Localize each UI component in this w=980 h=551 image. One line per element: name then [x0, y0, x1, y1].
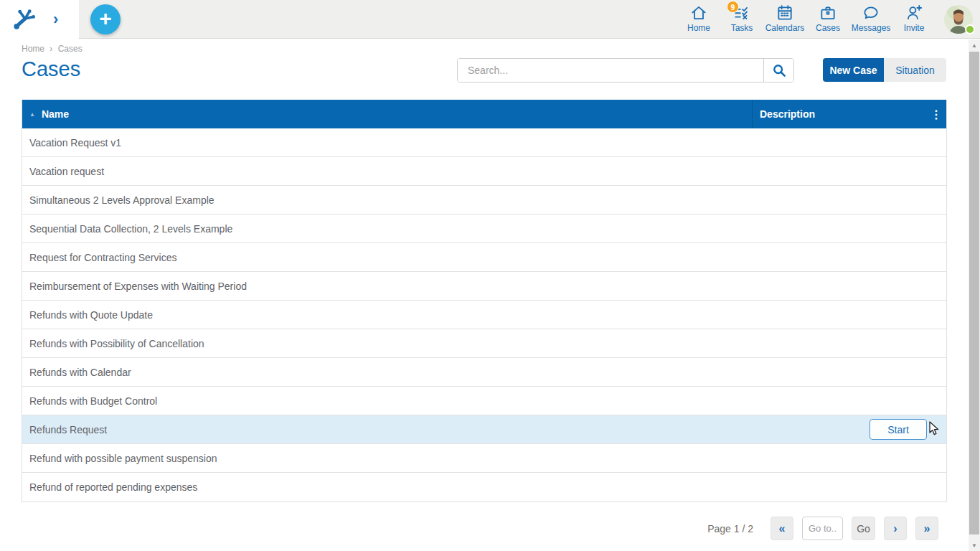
new-case-button[interactable]: New Case — [823, 58, 884, 82]
top-nav: Home 9 Tasks Calendars — [677, 4, 936, 33]
case-name: Vacation request — [29, 166, 104, 177]
case-name: Request for Contracting Services — [29, 252, 176, 263]
nav-label: Calendars — [765, 23, 805, 33]
goto-page-input[interactable] — [802, 517, 843, 540]
main-content: Home › Cases Cases New Case Situation ▲ … — [0, 39, 969, 551]
breadcrumb: Home › Cases — [22, 44, 83, 54]
top-bar: › + Home 9 Tasks Calendars — [0, 0, 980, 39]
messages-icon — [862, 4, 880, 22]
case-actions: New Case Situation — [823, 58, 946, 82]
case-name: Refunds with Budget Control — [29, 395, 157, 407]
breadcrumb-separator-icon: › — [50, 44, 52, 54]
column-menu-kebab-icon[interactable]: ⋮ — [930, 100, 942, 128]
column-label: Description — [760, 108, 815, 120]
search-input[interactable] — [458, 59, 763, 82]
nav-item-cases[interactable]: Cases — [806, 4, 849, 33]
cases-icon — [819, 4, 837, 22]
table-row[interactable]: Reimbursement of Expenses with Waiting P… — [22, 272, 946, 301]
table-row-selected[interactable]: Refunds Request Start — [22, 415, 946, 444]
nav-label: Messages — [852, 23, 891, 33]
scrollbar-up-arrow-icon[interactable]: ▲ — [969, 39, 980, 51]
vertical-scrollbar[interactable]: ▲ ▼ — [969, 39, 980, 551]
nav-item-invite[interactable]: Invite — [892, 4, 936, 33]
nav-item-calendars[interactable]: Calendars — [763, 4, 806, 33]
new-item-plus-button[interactable]: + — [90, 4, 121, 34]
home-icon — [689, 4, 708, 22]
breadcrumb-home[interactable]: Home — [22, 44, 44, 54]
nav-item-tasks[interactable]: 9 Tasks — [720, 4, 763, 33]
case-name: Simultaneous 2 Levels Approval Example — [29, 194, 215, 206]
table-row[interactable]: Refund of reported pending expenses — [22, 473, 946, 501]
column-header-name[interactable]: ▲ Name — [22, 108, 752, 120]
table-row[interactable]: Refunds with Quote Update — [22, 301, 946, 329]
app-logo-icon[interactable] — [11, 6, 37, 32]
case-name: Refund of reported pending expenses — [29, 481, 197, 493]
table-row[interactable]: Refund with possible payment suspension — [22, 444, 946, 473]
case-name: Refunds with Quote Update — [29, 309, 153, 321]
case-name: Sequential Data Collection, 2 Levels Exa… — [29, 223, 232, 235]
table-row[interactable]: Request for Contracting Services — [22, 243, 946, 272]
sort-ascending-icon: ▲ — [29, 111, 35, 118]
case-name: Refunds with Calendar — [29, 367, 131, 378]
nav-item-home[interactable]: Home — [677, 4, 720, 33]
search-bar — [457, 58, 794, 83]
table-row[interactable]: Sequential Data Collection, 2 Levels Exa… — [22, 215, 946, 243]
calendars-icon — [776, 4, 794, 22]
pagination: Page 1 / 2 « Go › » — [707, 517, 938, 540]
table-row[interactable]: Simultaneous 2 Levels Approval Example — [22, 186, 946, 215]
cases-table: ▲ Name Description ⋮ Vacation Request v1… — [22, 100, 947, 502]
nav-label: Invite — [904, 23, 925, 33]
nav-label: Cases — [816, 23, 840, 33]
scrollbar-down-arrow-icon[interactable]: ▼ — [969, 540, 980, 551]
first-page-button[interactable]: « — [771, 517, 793, 540]
table-row[interactable]: Vacation request — [22, 157, 946, 186]
case-name: Refunds with Possibility of Cancellation — [29, 338, 204, 349]
invite-icon — [905, 4, 923, 22]
case-name: Refund with possible payment suspension — [29, 453, 217, 464]
situation-button[interactable]: Situation — [884, 58, 946, 82]
table-row[interactable]: Refunds with Possibility of Cancellation — [22, 329, 946, 358]
search-button[interactable] — [763, 59, 793, 82]
column-label: Name — [42, 108, 69, 120]
case-name: Vacation Request v1 — [29, 137, 121, 149]
table-header: ▲ Name Description ⋮ — [22, 100, 946, 128]
start-case-button[interactable]: Start — [870, 419, 927, 440]
nav-item-messages[interactable]: Messages — [849, 4, 892, 33]
next-page-button[interactable]: › — [884, 517, 907, 540]
page-title: Cases — [22, 57, 80, 81]
column-header-description[interactable]: Description ⋮ — [752, 100, 946, 128]
page-indicator: Page 1 / 2 — [707, 523, 753, 534]
table-row[interactable]: Refunds with Budget Control — [22, 387, 946, 415]
sidebar-expand-chevron-icon[interactable]: › — [53, 11, 58, 27]
scrollbar-thumb[interactable] — [969, 52, 979, 534]
case-name: Reimbursement of Expenses with Waiting P… — [29, 281, 247, 292]
online-status-dot — [965, 24, 975, 34]
breadcrumb-cases[interactable]: Cases — [58, 44, 83, 54]
tasks-count-badge: 9 — [727, 1, 739, 13]
case-name: Refunds Request — [29, 424, 107, 435]
table-row[interactable]: Refunds with Calendar — [22, 358, 946, 387]
logo-area: › — [0, 0, 79, 39]
nav-label: Tasks — [731, 23, 753, 33]
go-button[interactable]: Go — [852, 517, 875, 540]
nav-label: Home — [687, 23, 710, 33]
table-row[interactable]: Vacation Request v1 — [22, 128, 946, 157]
last-page-button[interactable]: » — [915, 517, 938, 540]
search-icon — [771, 62, 787, 78]
user-avatar[interactable] — [944, 5, 973, 34]
